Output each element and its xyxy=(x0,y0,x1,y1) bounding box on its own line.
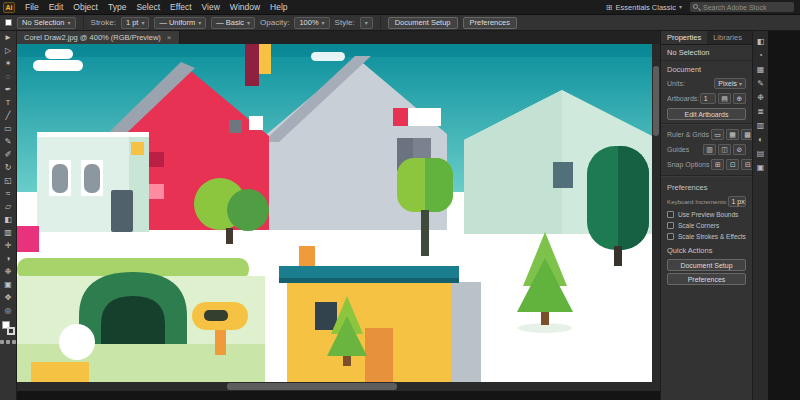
menu-effect[interactable]: Effect xyxy=(165,2,197,12)
menu-select[interactable]: Select xyxy=(131,2,165,12)
zoom-tool[interactable]: ◎ xyxy=(0,304,16,317)
line-segment-tool[interactable]: ╱ xyxy=(0,109,16,122)
selection-tool[interactable]: ► xyxy=(0,31,16,44)
shape-builder-tool[interactable]: ◧ xyxy=(0,213,16,226)
checkbox-box xyxy=(667,222,674,229)
new-artboard-icon[interactable]: ⊕ xyxy=(733,93,746,104)
menu-items: FileEditObjectTypeSelectEffectViewWindow… xyxy=(20,0,293,14)
draw-normal-icon[interactable] xyxy=(0,340,4,344)
opacity-select[interactable]: 100% ▾ xyxy=(294,17,329,29)
preferences-button[interactable]: Preferences xyxy=(463,17,517,29)
eyedropper-tool[interactable]: ✛ xyxy=(0,239,16,252)
rectangle-tool[interactable]: ▭ xyxy=(0,122,16,135)
stroke-value: 1 pt xyxy=(126,18,139,27)
stock-search[interactable] xyxy=(690,2,794,12)
width-profile-select[interactable]: — Uniform ▾ xyxy=(154,17,206,29)
menu-file[interactable]: File xyxy=(20,2,44,12)
width-tool[interactable]: ≈ xyxy=(0,187,16,200)
tab-libraries[interactable]: Libraries xyxy=(707,31,748,44)
free-transform-tool[interactable]: ▱ xyxy=(0,200,16,213)
fill-stroke-swatches[interactable] xyxy=(2,321,15,335)
brush-select[interactable]: — Basic ▾ xyxy=(211,17,255,29)
blend-tool[interactable]: ◑ xyxy=(0,252,16,265)
artboard-tool[interactable]: ▣ xyxy=(0,278,16,291)
scale-strokes-effects-checkbox[interactable]: Scale Strokes & Effects xyxy=(661,231,752,242)
color-panel-icon[interactable]: ◧ xyxy=(755,35,767,47)
chevron-down-icon: ▾ xyxy=(322,20,325,26)
artboard-list-icon[interactable]: ▤ xyxy=(718,93,731,104)
quick-actions-header: Quick Actions xyxy=(661,242,752,257)
keyboard-increments-input[interactable]: 1 px xyxy=(728,196,746,207)
menu-object[interactable]: Object xyxy=(68,2,103,12)
tools-list: ►▷✶◌✒T╱▭✎✐↻◱≈▱◧▥✛◑❉▣✥◎ xyxy=(0,31,16,317)
gradient-tool[interactable]: ▥ xyxy=(0,226,16,239)
opacity-label: Opacity: xyxy=(260,18,289,27)
pencil-tool[interactable]: ✐ xyxy=(0,148,16,161)
menu-window[interactable]: Window xyxy=(225,2,265,12)
magic-wand-tool[interactable]: ✶ xyxy=(0,57,16,70)
brushes-panel-icon[interactable]: ✎ xyxy=(755,77,767,89)
stroke-panel-icon[interactable]: ≣ xyxy=(755,105,767,117)
document-setup-button[interactable]: Document Setup xyxy=(388,17,458,29)
transparency-panel-icon[interactable]: ◐ xyxy=(755,133,767,145)
show-rulers-icon[interactable]: ▭ xyxy=(711,129,724,140)
style-select[interactable]: ▾ xyxy=(360,17,373,29)
line-glyph-icon: — xyxy=(216,18,223,27)
clear-guides-icon[interactable]: ⊘ xyxy=(733,144,746,155)
pen-tool[interactable]: ✒ xyxy=(0,83,16,96)
show-guides-icon[interactable]: ▥ xyxy=(703,144,716,155)
workspace-switcher[interactable]: ⊞ Essentials Classic ▾ xyxy=(606,3,682,12)
artboards-value[interactable]: 1 xyxy=(700,93,716,104)
divider xyxy=(661,123,752,124)
paintbrush-tool[interactable]: ✎ xyxy=(0,135,16,148)
foreground-hills xyxy=(17,272,265,391)
transparency-grid-icon[interactable]: ▩ xyxy=(741,129,752,140)
search-input[interactable] xyxy=(690,2,794,12)
snap-to-pixel-icon[interactable]: ⊡ xyxy=(726,159,739,170)
vertical-scrollbar[interactable] xyxy=(652,44,660,382)
quick-preferences-button[interactable]: Preferences xyxy=(667,273,746,285)
scale-tool[interactable]: ◱ xyxy=(0,174,16,187)
hand-tool[interactable]: ✥ xyxy=(0,291,16,304)
color-guide-panel-icon[interactable]: ◔ xyxy=(755,49,767,61)
menu-view[interactable]: View xyxy=(197,2,225,12)
draw-behind-icon[interactable] xyxy=(6,340,10,344)
rotate-tool[interactable]: ↻ xyxy=(0,161,16,174)
menu-edit[interactable]: Edit xyxy=(44,2,69,12)
gradient-panel-icon[interactable]: ▥ xyxy=(755,119,767,131)
lock-guides-icon[interactable]: ◫ xyxy=(718,144,731,155)
direct-selection-tool[interactable]: ▷ xyxy=(0,44,16,57)
stroke-weight-select[interactable]: 1 pt ▾ xyxy=(121,17,150,29)
close-tab-icon[interactable]: × xyxy=(167,33,172,42)
snap-to-grid-icon[interactable]: ⊞ xyxy=(711,159,724,170)
symbol-sprayer-tool[interactable]: ❉ xyxy=(0,265,16,278)
document-tab[interactable]: Corel Draw2.jpg @ 400% (RGB/Preview) × xyxy=(17,31,180,44)
lasso-tool[interactable]: ◌ xyxy=(0,70,16,83)
layers-panel-icon[interactable]: ▣ xyxy=(755,161,767,173)
type-tool[interactable]: T xyxy=(0,96,16,109)
canvas-artwork[interactable] xyxy=(17,44,660,391)
units-select[interactable]: Pixels ▾ xyxy=(714,78,746,89)
document-section-header: Document xyxy=(661,61,752,76)
panel-icon-strip: ◧◔▦✎❉≣▥◐▤▣ xyxy=(752,31,768,400)
draw-inside-icon[interactable] xyxy=(12,340,16,344)
appearance-panel-icon[interactable]: ▤ xyxy=(755,147,767,159)
snap-options-icons: ⊞⊡⊟ xyxy=(709,159,752,170)
menu-type[interactable]: Type xyxy=(103,2,131,12)
edit-artboards-button[interactable]: Edit Artboards xyxy=(667,108,746,120)
snap-to-point-icon[interactable]: ⊟ xyxy=(741,159,752,170)
show-grid-icon[interactable]: ▦ xyxy=(726,129,739,140)
stroke-color-swatch[interactable] xyxy=(7,327,15,335)
vertical-scrollbar-thumb[interactable] xyxy=(653,66,659,136)
swatches-panel-icon[interactable]: ▦ xyxy=(755,63,767,75)
horizontal-scrollbar[interactable] xyxy=(17,382,652,391)
selection-indicator[interactable]: No Selection ▾ xyxy=(17,17,76,29)
scale-corners-checkbox[interactable]: Scale Corners xyxy=(661,220,752,231)
symbols-panel-icon[interactable]: ❉ xyxy=(755,91,767,103)
snap-options-row: Snap Options ⊞⊡⊟ xyxy=(661,157,752,172)
menu-help[interactable]: Help xyxy=(265,2,292,12)
use-preview-bounds-checkbox[interactable]: Use Preview Bounds xyxy=(661,209,752,220)
quick-document-setup-button[interactable]: Document Setup xyxy=(667,259,746,271)
horizontal-scrollbar-thumb[interactable] xyxy=(227,383,397,390)
tab-properties[interactable]: Properties xyxy=(661,31,707,44)
